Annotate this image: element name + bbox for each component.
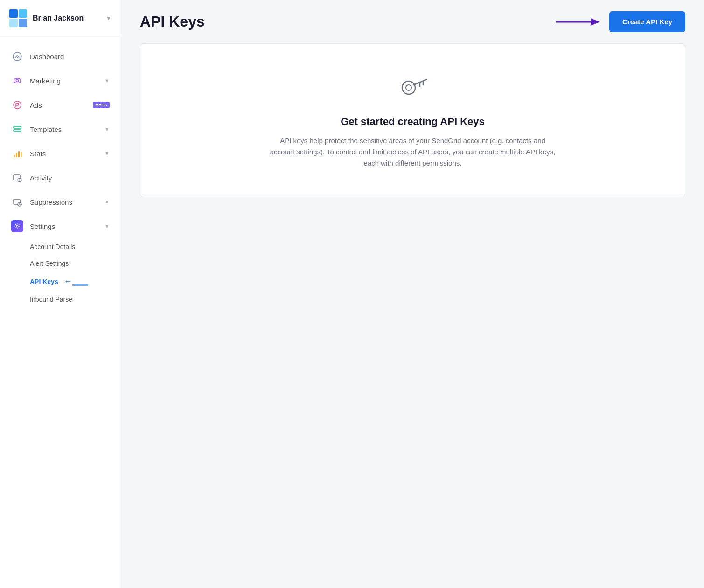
sidebar-item-activity[interactable]: Activity	[0, 166, 121, 190]
svg-point-16	[19, 180, 21, 181]
sidebar-item-suppressions[interactable]: Suppressions ▼	[0, 190, 121, 214]
templates-icon	[11, 123, 23, 135]
arrow-icon	[553, 15, 600, 28]
create-api-key-button[interactable]: Create API Key	[609, 11, 685, 32]
svg-point-7	[14, 101, 21, 109]
empty-state-description: API keys help protect the sensitive area…	[268, 135, 558, 169]
main-content-area: API Keys Create API Key Get started crea…	[121, 0, 704, 588]
stats-chevron-icon: ▼	[105, 151, 110, 156]
activity-label: Activity	[30, 174, 110, 182]
svg-rect-8	[14, 126, 21, 128]
svg-rect-12	[18, 151, 20, 157]
empty-state-card: Get started creating API Keys API keys h…	[140, 43, 685, 197]
activity-icon	[11, 172, 23, 184]
sub-item-alert-settings[interactable]: Alert Settings	[0, 255, 121, 272]
empty-state-title: Get started creating API Keys	[341, 116, 485, 128]
username-label: Brian Jackson	[33, 14, 106, 22]
sub-item-inbound-parse[interactable]: Inbound Parse	[0, 291, 121, 308]
sidebar-item-settings[interactable]: Settings ▼	[0, 214, 121, 238]
marketing-label: Marketing	[30, 77, 105, 85]
arrow-decoration	[553, 15, 600, 28]
sidebar-item-dashboard[interactable]: Dashboard	[0, 44, 121, 69]
sidebar-item-templates[interactable]: Templates ▼	[0, 117, 121, 141]
svg-rect-2	[9, 19, 18, 27]
templates-chevron-icon: ▼	[105, 126, 110, 132]
ads-label: Ads	[30, 101, 90, 109]
stats-icon	[11, 147, 23, 159]
svg-rect-10	[14, 155, 15, 157]
sendgrid-logo	[9, 9, 27, 27]
suppressions-label: Suppressions	[30, 198, 105, 206]
user-profile[interactable]: Brian Jackson ▼	[0, 0, 121, 37]
main-nav: Dashboard Marketing ▼ Ads BETA	[0, 37, 121, 588]
suppressions-chevron-icon: ▼	[105, 199, 110, 205]
marketing-icon	[11, 75, 23, 87]
main-body: Get started creating API Keys API keys h…	[121, 43, 704, 588]
dashboard-label: Dashboard	[30, 53, 110, 61]
active-arrow-icon: ←⎯⎯⎯	[64, 277, 88, 286]
svg-rect-11	[16, 153, 17, 157]
svg-point-23	[402, 81, 415, 94]
svg-rect-1	[19, 9, 27, 18]
page-title: API Keys	[140, 13, 205, 30]
sidebar-item-stats[interactable]: Stats ▼	[0, 141, 121, 166]
dashboard-icon	[11, 50, 23, 62]
svg-point-5	[17, 57, 18, 58]
header-actions: Create API Key	[553, 11, 685, 32]
ads-beta-badge: BETA	[93, 102, 110, 108]
svg-point-20	[16, 225, 18, 227]
svg-rect-13	[21, 152, 22, 157]
suppressions-icon	[11, 196, 23, 208]
settings-chevron-icon: ▼	[105, 223, 110, 229]
ads-icon	[11, 99, 23, 111]
stats-label: Stats	[30, 150, 105, 158]
svg-rect-9	[14, 130, 21, 131]
marketing-chevron-icon: ▼	[105, 78, 110, 83]
sub-item-account-details[interactable]: Account Details	[0, 238, 121, 255]
sidebar: Brian Jackson ▼ Dashboard Marke	[0, 0, 121, 588]
svg-marker-22	[591, 18, 600, 26]
settings-icon	[11, 220, 23, 232]
page-header: API Keys Create API Key	[121, 0, 704, 43]
settings-sub-nav: Account Details Alert Settings API Keys …	[0, 238, 121, 308]
svg-rect-0	[9, 9, 18, 18]
svg-point-4	[13, 52, 21, 61]
svg-rect-3	[19, 19, 27, 27]
key-icon	[397, 72, 429, 104]
templates-label: Templates	[30, 125, 105, 133]
svg-point-6	[16, 80, 19, 82]
sidebar-item-ads[interactable]: Ads BETA	[0, 93, 121, 117]
user-chevron-icon: ▼	[106, 15, 112, 21]
sidebar-item-marketing[interactable]: Marketing ▼	[0, 69, 121, 93]
sub-item-api-keys[interactable]: API Keys ←⎯⎯⎯	[0, 272, 121, 291]
settings-label: Settings	[30, 222, 105, 230]
svg-point-24	[406, 85, 411, 90]
